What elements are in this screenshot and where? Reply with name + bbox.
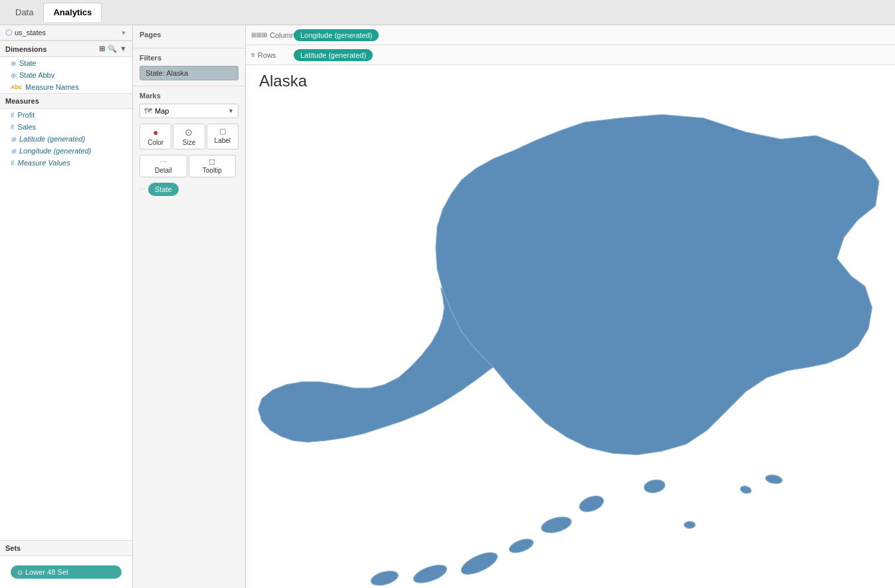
marks-label-btn[interactable]: ▢ Label	[207, 124, 239, 149]
field-state-abbv[interactable]: ⊕ State Abbv	[0, 69, 132, 81]
color-dots-icon: ●	[153, 127, 158, 138]
map-canvas[interactable]	[246, 97, 895, 588]
tooltip-label: Tooltip	[203, 167, 222, 174]
svg-point-8	[740, 485, 752, 495]
top-tab-bar: Data Analytics	[0, 0, 895, 25]
size-label: Size	[183, 139, 195, 146]
alaska-map-svg	[246, 97, 895, 588]
view-title: Alaska	[246, 65, 895, 97]
rows-shelf: ≡ Rows Latitude (generated)	[246, 45, 895, 65]
rows-shelf-label: ≡ Rows	[251, 51, 291, 59]
dimensions-label: Dimensions	[5, 45, 47, 53]
abc-icon: Abc	[11, 84, 22, 90]
marks-buttons-grid: ● Color ⊙ Size ▢ Label	[140, 124, 239, 149]
marks-row2: ⋯ Detail ☐ Tooltip	[140, 155, 239, 177]
measures-section-header: Measures	[0, 93, 132, 109]
hash-icon: #	[11, 124, 15, 131]
marks-label: Marks	[140, 92, 239, 100]
columns-grid-icon: ⊞⊞⊞	[251, 31, 267, 39]
middle-panel: Pages Filters State: Alaska Marks 🗺 Map …	[133, 25, 246, 588]
set-icon: ⊙	[17, 569, 23, 576]
measures-label: Measures	[5, 97, 39, 105]
tab-data[interactable]: Data	[5, 3, 43, 22]
tab-analytics[interactable]: Analytics	[43, 3, 102, 22]
field-longitude-label: Longitude (generated)	[19, 147, 91, 155]
label-label: Label	[215, 137, 231, 144]
rows-latitude-pill[interactable]: Latitude (generated)	[294, 49, 373, 61]
detail-icon: ⋯	[159, 158, 167, 167]
tooltip-icon: ☐	[209, 158, 215, 167]
hash-icon: #	[11, 112, 15, 119]
filters-label: Filters	[140, 54, 239, 62]
size-icon: ⊙	[185, 127, 193, 138]
collapse-icon[interactable]: ▼	[120, 45, 127, 53]
color-label: Color	[148, 139, 163, 146]
field-profit-label: Profit	[18, 111, 35, 119]
field-state[interactable]: ⊕ State	[0, 57, 132, 69]
detail-label: Detail	[155, 167, 172, 174]
field-latitude-label: Latitude (generated)	[19, 135, 85, 143]
main-layout: ⬡ us_states ▼ Dimensions ⊞ 🔍 ▼ ⊕ State ⊕…	[0, 25, 895, 588]
columns-shelf: ⊞⊞⊞ Columns Longitude (generated)	[246, 25, 895, 45]
state-detail-pill[interactable]: State	[148, 183, 179, 196]
lower48-set-pill[interactable]: ⊙ Lower 48 Set	[11, 565, 122, 579]
dimensions-section-header: Dimensions ⊞ 🔍 ▼	[0, 41, 132, 57]
state-detail-label: State	[155, 185, 172, 193]
svg-point-3	[458, 548, 500, 579]
field-state-abbv-label: State Abbv	[19, 71, 54, 79]
svg-point-5	[369, 569, 400, 588]
source-name: us_states	[15, 29, 120, 37]
database-icon: ⬡	[5, 28, 12, 37]
field-measure-names-label: Measure Names	[25, 83, 79, 91]
globe-icon: ⊕	[11, 136, 16, 143]
label-icon: ▢	[219, 127, 226, 136]
pages-label: Pages	[140, 31, 239, 39]
lower48-set-label: Lower 48 Set	[25, 568, 68, 576]
columns-longitude-pill[interactable]: Longitude (generated)	[294, 29, 379, 41]
dimensions-header-icons: ⊞ 🔍 ▼	[99, 45, 127, 53]
dropdown-chevron-icon: ▼	[228, 108, 234, 114]
left-panel: ⬡ us_states ▼ Dimensions ⊞ 🔍 ▼ ⊕ State ⊕…	[0, 25, 133, 588]
field-latitude[interactable]: ⊕ Latitude (generated)	[0, 133, 132, 145]
marks-type-dropdown[interactable]: 🗺 Map ▼	[140, 104, 239, 118]
sets-label: Sets	[5, 544, 21, 552]
field-measure-values[interactable]: # Measure Values	[0, 157, 132, 169]
field-sales-label: Sales	[18, 123, 37, 131]
svg-point-4	[411, 561, 449, 587]
marks-size-btn[interactable]: ⊙ Size	[173, 124, 205, 149]
marks-type-label: Map	[152, 107, 228, 115]
marks-section: Marks 🗺 Map ▼ ● Color ⊙ Size ▢ Label	[133, 86, 245, 201]
hash-icon: #	[11, 159, 15, 167]
svg-point-0	[577, 493, 606, 515]
field-profit[interactable]: # Profit	[0, 109, 132, 121]
columns-shelf-label: ⊞⊞⊞ Columns	[251, 31, 291, 39]
marks-color-btn[interactable]: ● Color	[140, 124, 171, 149]
marks-tooltip-btn[interactable]: ☐ Tooltip	[189, 155, 237, 177]
canvas-area: ⊞⊞⊞ Columns Longitude (generated) ≡ Rows…	[246, 25, 895, 588]
rows-label: Rows	[258, 51, 276, 59]
detail-dots-icon: ⋯	[140, 186, 146, 193]
grid-icon[interactable]: ⊞	[99, 45, 105, 53]
svg-point-6	[643, 478, 666, 494]
sets-section-header: Sets	[0, 540, 132, 556]
search-icon[interactable]: 🔍	[108, 45, 117, 53]
filter-state-alaska[interactable]: State: Alaska	[140, 66, 239, 80]
field-longitude[interactable]: ⊕ Longitude (generated)	[0, 145, 132, 157]
svg-point-9	[765, 474, 783, 485]
svg-point-2	[508, 536, 535, 555]
field-sales[interactable]: # Sales	[0, 121, 132, 133]
field-state-label: State	[19, 59, 37, 67]
svg-point-1	[540, 514, 573, 536]
data-source-header: ⬡ us_states ▼	[0, 25, 132, 41]
filters-section: Filters State: Alaska	[133, 49, 245, 86]
field-measure-names[interactable]: Abc Measure Names	[0, 81, 132, 93]
globe-icon: ⊕	[11, 72, 16, 79]
globe-icon: ⊕	[11, 60, 16, 67]
rows-grid-icon: ≡	[251, 51, 255, 58]
svg-point-7	[684, 522, 696, 529]
pages-section: Pages	[133, 25, 245, 49]
marks-detail-btn[interactable]: ⋯ Detail	[140, 155, 187, 177]
field-measure-values-label: Measure Values	[18, 159, 70, 167]
map-type-icon: 🗺	[144, 106, 152, 116]
dropdown-arrow[interactable]: ▼	[120, 29, 127, 37]
